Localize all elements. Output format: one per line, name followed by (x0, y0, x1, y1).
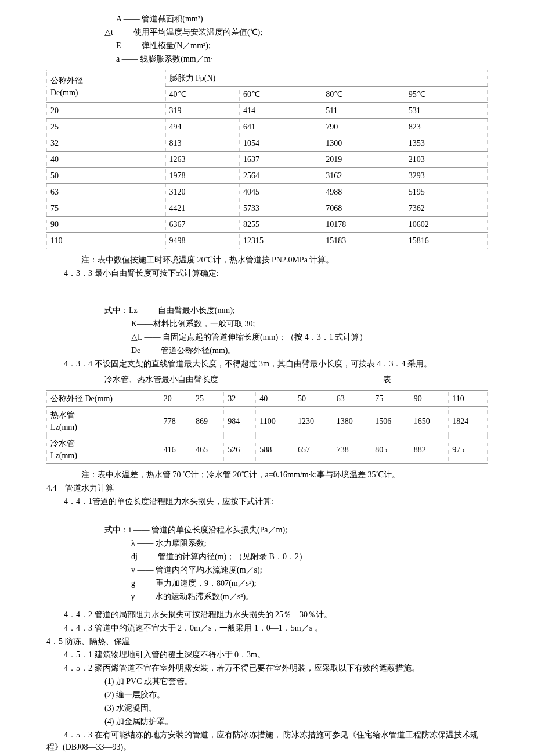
formula-def-de: De —— 管道公称外径(mm)。 (46, 344, 488, 357)
section-4-3-4: 4．3．4 不设固定支架的直线管道最大长度，不得超过 3m，其自由臂最小长度，可… (46, 358, 488, 370)
formula-def-dl: △L —— 自固定点起的管道伸缩长度(mm)；（按 4．3．1 式计算） (46, 331, 488, 343)
list-item-2: (2) 缠一层胶布。 (46, 689, 488, 701)
section-4-3-3: 4．3．3 最小自由臂长度可按下式计算确定: (46, 267, 488, 279)
formula-placeholder-2 (46, 511, 488, 514)
table-row: 32813105413001353 (47, 135, 488, 152)
section-4-5-1: 4．5．1 建筑物埋地引入管的覆土深度不得小于 0．3m。 (46, 649, 488, 661)
formula-def-i: 式中：i —— 管道的单位长度沿程水头损失(Pa／m); (46, 524, 488, 536)
section-4-4-2: 4．4．2 管道的局部阻力水头损失可按沿程阻力水头损失的 25％—30％计。 (46, 609, 488, 621)
note-table1: 注：表中数值按施工时环境温度 20℃计，热水管道按 PN2.0MPa 计算。 (46, 254, 488, 266)
th-80c: 80℃ (322, 87, 405, 103)
list-item-1: (1) 加 PVC 或其它套管。 (46, 675, 488, 687)
table2-label: 表 (383, 373, 391, 386)
th-de: 公称外径 De(mm) (47, 70, 166, 103)
formula-def-v: v —— 管道内的平均水流速度(m／s); (46, 564, 488, 576)
table-row: 90636782551017810602 (47, 217, 488, 233)
note-table2: 注：表中水温差，热水管 70 ℃计；冷水管 20℃计，a=0.16mm/m·k;… (46, 469, 488, 481)
table-row: 754421573370687362 (47, 200, 488, 217)
formula-def-lz: 式中：Lz —— 自由臂最小长度(mm); (46, 304, 488, 316)
formula-placeholder-1 (46, 283, 488, 295)
table-row: 633120404549885195 (47, 184, 488, 200)
formula-def-k: K——材料比例系数，一般可取 30; (46, 318, 488, 330)
th2-de: 公称外径 De(mm) (47, 391, 160, 407)
table-row: 1109498123151518315816 (47, 233, 488, 249)
formula-def-gamma: γ —— 水的运动粘滞系数(m／s²)。 (46, 591, 488, 603)
def-E: E —— 弹性模量(N／mm²); (46, 39, 488, 52)
th-fp: 膨胀力 Fp(N) (165, 70, 487, 87)
def-A: A —— 管道截面积(mm²) (46, 13, 488, 25)
def-dt: △t —— 使用平均温度与安装温度的差值(℃); (46, 26, 488, 38)
section-4-4: 4.4 管道水力计算 (46, 482, 488, 494)
formula-def-dj: dj —— 管道的计算内径(m)；（见附录 B．0．2） (46, 550, 488, 563)
table-row: 401263163720192103 (47, 152, 488, 168)
section-4-5: 4．5 防冻、隔热、保温 (46, 635, 488, 647)
free-arm-length-table: 公称外径 De(mm) 2025324050637590110 热水管Lz(mm… (46, 390, 488, 464)
def-a: a —— 线膨胀系数(mm／m· (46, 53, 488, 65)
table-row: 20319414511531 (47, 103, 488, 119)
section-4-4-1: 4．4．1管道的单位长度沿程阻力水头损失，应按下式计算: (46, 495, 488, 507)
section-4-4-3: 4．4．3 管道中的流速不宜大于 2．0m／s，一般采用 1．0—1．5m／s … (46, 622, 488, 634)
table-row: 热水管Lz(mm) 778869984110012301380150616501… (47, 407, 488, 435)
formula-def-lambda: λ —— 水力摩阻系数; (46, 537, 488, 549)
th-40c: 40℃ (165, 87, 239, 103)
expansion-force-table: 公称外径 De(mm) 膨胀力 Fp(N) 40℃ 60℃ 80℃ 95℃ 20… (46, 70, 488, 249)
table-row: 501978256431623293 (47, 168, 488, 184)
formula-def-g: g —— 重力加速度，9．807(m／s²); (46, 577, 488, 589)
table2-caption: 冷水管、热水管最小自由臂长度 (46, 373, 218, 386)
list-item-4: (4) 加金属防护罩。 (46, 715, 488, 728)
table-row: 冷水管Lz(mm) 416465526588657738805882975 (47, 435, 488, 464)
section-4-5-2: 4．5．2 聚丙烯管道不宜在室外明露安装，若万不得已要在室外明装，应采取以下有效… (46, 662, 488, 674)
section-4-5-3: 4．5．3 在有可能结冻的地方安装的管道，应有防冰冻措施， 防冰冻措施可参见《住… (46, 729, 488, 753)
th-60c: 60℃ (240, 87, 322, 103)
table-row: 25494641790823 (47, 119, 488, 135)
list-item-3: (3) 水泥凝固。 (46, 702, 488, 714)
th-95c: 95℃ (405, 87, 487, 103)
